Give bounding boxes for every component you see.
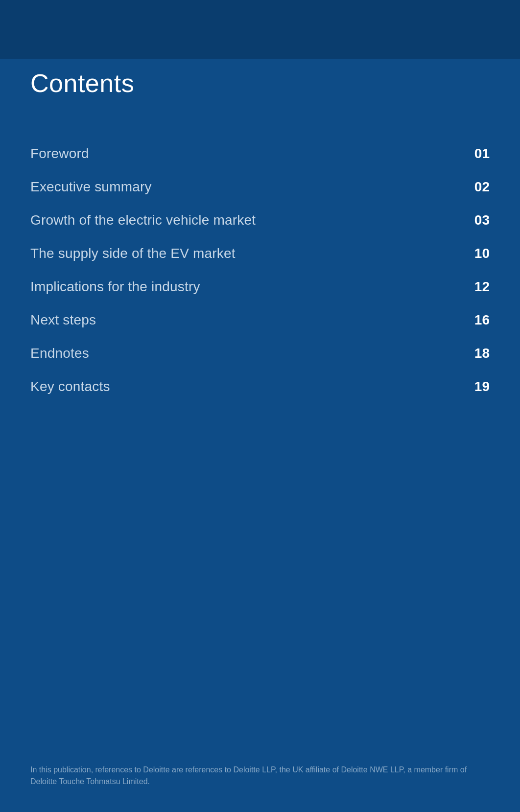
toc-item-label: The supply side of the EV market [30,246,236,261]
top-band [0,0,520,59]
toc-row[interactable]: Growth of the electric vehicle market03 [30,204,490,237]
footer-text: In this publication, references to Deloi… [30,764,490,788]
page-title: Contents [30,69,490,98]
toc-item-label: Executive summary [30,179,152,195]
toc-item-label: Endnotes [30,346,89,361]
toc-row[interactable]: Endnotes18 [30,337,490,370]
page: Contents Foreword01Executive summary02Gr… [0,0,520,812]
toc-row[interactable]: Next steps16 [30,303,490,337]
toc-item-number: 19 [460,379,490,394]
toc-row[interactable]: The supply side of the EV market10 [30,237,490,270]
toc-item-number: 10 [460,246,490,261]
toc-row[interactable]: Key contacts19 [30,370,490,403]
toc-row[interactable]: Executive summary02 [30,170,490,204]
toc-item-label: Next steps [30,312,96,328]
toc-item-label: Implications for the industry [30,279,200,295]
toc-item-number: 02 [460,179,490,195]
toc-item-label: Key contacts [30,379,110,394]
toc-item-number: 18 [460,346,490,361]
toc-item-number: 03 [460,212,490,228]
toc-item-number: 12 [460,279,490,295]
toc-table: Foreword01Executive summary02Growth of t… [30,137,490,403]
toc-item-label: Foreword [30,146,89,162]
toc-row[interactable]: Implications for the industry12 [30,270,490,303]
toc-row[interactable]: Foreword01 [30,137,490,170]
content-area: Contents Foreword01Executive summary02Gr… [30,69,490,403]
toc-item-number: 16 [460,312,490,328]
toc-item-label: Growth of the electric vehicle market [30,212,256,228]
toc-item-number: 01 [460,146,490,162]
